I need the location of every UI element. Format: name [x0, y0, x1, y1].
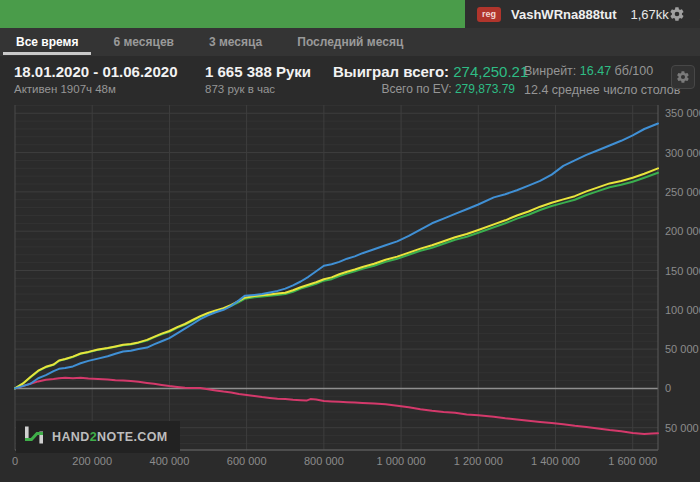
hand2note-watermark: HAND2NOTE.COM: [16, 421, 180, 453]
hand2note-logo-text: HAND2NOTE.COM: [52, 430, 168, 444]
won-total-label: Выиграл всего:: [333, 63, 449, 80]
ev-total-value: 279,873.79: [455, 82, 515, 96]
winrate-label: Винрейт:: [524, 64, 576, 78]
hands-block: 1 665 388 Руки 873 рук в час: [205, 63, 311, 97]
x-axis-label: 1 400 000: [531, 455, 580, 467]
hand2note-stats-window: reg VashWRna888tut 1,67kk Все время 6 ме…: [0, 0, 700, 482]
y-axis-label: 150 000: [665, 265, 700, 277]
y-axis-label: 250 000: [665, 186, 700, 198]
x-axis-label: 200 000: [72, 455, 112, 467]
avg-tables: 12.4 среднее число столов: [524, 83, 680, 98]
date-range: 18.01.2020 - 01.06.2020: [14, 63, 177, 80]
y-axis-label: 300 000: [665, 147, 700, 159]
x-axis-label: 800 000: [304, 455, 344, 467]
hand2note-logo-icon: [23, 424, 45, 450]
x-axis-label: 0: [12, 455, 18, 467]
x-axis-label: 600 000: [227, 455, 267, 467]
x-axis-label: 1 200 000: [454, 455, 503, 467]
ev-total-label: Всего по EV:: [381, 82, 451, 96]
winrate-unit: бб/100: [615, 64, 654, 78]
x-axis-label: 1 600 000: [608, 455, 657, 467]
y-axis-label: 50 000: [665, 343, 699, 355]
hands-per-hour: 873 рук в час: [205, 82, 311, 97]
player-type-badge: reg: [477, 7, 501, 22]
chart-settings-button[interactable]: [671, 65, 695, 89]
winnings-graph-region: 350 000300 000250 000200 000150 000100 0…: [0, 105, 700, 482]
titlebar: reg VashWRna888tut 1,67kk: [0, 0, 700, 28]
x-axis-label: 400 000: [150, 455, 190, 467]
gear-icon[interactable]: [669, 6, 685, 22]
y-axis-label: 0: [665, 382, 671, 394]
x-axis-label: 1 000 000: [377, 455, 426, 467]
winrate-block: Винрейт: 16.47 бб/100 12.4 среднее число…: [524, 63, 680, 98]
y-axis-label: 200 000: [665, 225, 700, 237]
period-tabs: Все время 6 месяцев 3 месяца Последний м…: [0, 28, 700, 56]
tab-6-months[interactable]: 6 месяцев: [100, 28, 187, 56]
tab-last-month[interactable]: Последний месяц: [284, 28, 416, 56]
player-name: VashWRna888tut: [511, 7, 616, 22]
titlebar-player-section: reg VashWRna888tut 1,67kk: [465, 0, 700, 28]
stats-summary: 18.01.2020 - 01.06.2020 Активен 1907ч 48…: [0, 56, 700, 105]
player-bankroll: 1,67kk: [631, 7, 669, 22]
winrate-value: 16.47: [580, 64, 611, 78]
active-time: Активен 1907ч 48м: [14, 82, 177, 97]
tab-3-months[interactable]: 3 месяца: [196, 28, 275, 56]
winnings-block: Выиграл всего: 274,250.21 Всего по EV: 2…: [333, 63, 515, 97]
hands-count: 1 665 388 Руки: [205, 63, 311, 80]
date-range-block: 18.01.2020 - 01.06.2020 Активен 1907ч 48…: [14, 63, 177, 97]
won-total-value: 274,250.21: [453, 63, 528, 80]
y-axis-label: 100 000: [665, 304, 700, 316]
y-axis-label: 50 000: [665, 422, 699, 434]
tab-all-time[interactable]: Все время: [3, 28, 91, 56]
y-axis-label: 350 000: [665, 107, 700, 119]
